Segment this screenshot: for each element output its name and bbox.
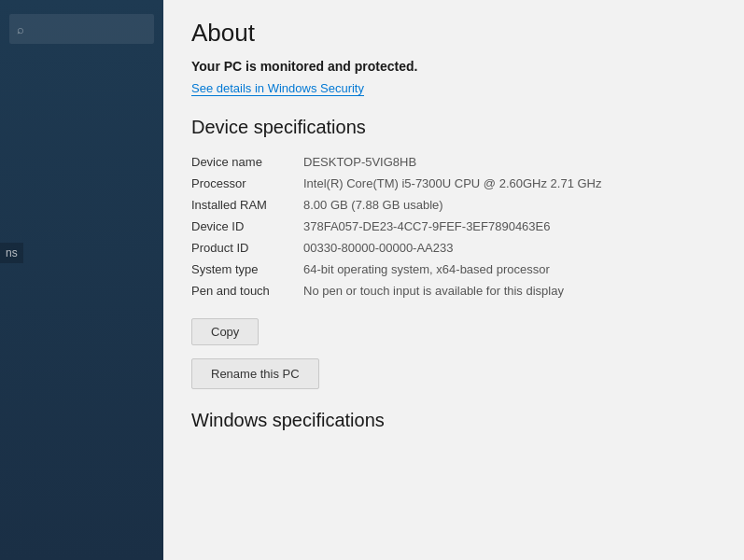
rename-pc-button[interactable]: Rename this PC xyxy=(191,358,319,389)
spec-label: Device name xyxy=(191,155,303,169)
windows-spec-title: Windows specifications xyxy=(191,410,716,431)
copy-button[interactable]: Copy xyxy=(191,318,259,345)
spec-value: Intel(R) Core(TM) i5-7300U CPU @ 2.60GHz… xyxy=(303,176,716,190)
spec-label: System type xyxy=(191,262,303,276)
spec-label: Device ID xyxy=(191,219,303,233)
device-specs-title: Device specifications xyxy=(191,117,716,138)
spec-label: Pen and touch xyxy=(191,284,303,298)
spec-row: Device ID378FA057-DE23-4CC7-9FEF-3EF7890… xyxy=(191,216,716,237)
spec-row: ProcessorIntel(R) Core(TM) i5-7300U CPU … xyxy=(191,173,716,194)
spec-value: 00330-80000-00000-AA233 xyxy=(303,241,716,255)
main-content: About Your PC is monitored and protected… xyxy=(163,0,744,560)
spec-label: Processor xyxy=(191,176,303,190)
spec-row: System type64-bit operating system, x64-… xyxy=(191,259,716,280)
search-bar[interactable]: ⌕ xyxy=(9,14,154,44)
spec-value: DESKTOP-5VIG8HB xyxy=(303,155,716,169)
spec-value: 378FA057-DE23-4CC7-9FEF-3EF7890463E6 xyxy=(303,219,716,233)
sidebar-ns-label: ns xyxy=(0,243,23,263)
page-title: About xyxy=(191,19,716,48)
sidebar: ⌕ ns xyxy=(0,0,163,560)
specs-table: Device nameDESKTOP-5VIG8HBProcessorIntel… xyxy=(191,151,716,301)
spec-label: Installed RAM xyxy=(191,198,303,212)
spec-row: Product ID00330-80000-00000-AA233 xyxy=(191,237,716,259)
spec-row: Device nameDESKTOP-5VIG8HB xyxy=(191,151,716,173)
spec-row: Installed RAM8.00 GB (7.88 GB usable) xyxy=(191,194,716,216)
spec-row: Pen and touchNo pen or touch input is av… xyxy=(191,280,716,301)
spec-value: 8.00 GB (7.88 GB usable) xyxy=(303,198,716,212)
spec-value: No pen or touch input is available for t… xyxy=(303,284,716,298)
protected-text: Your PC is monitored and protected. xyxy=(191,59,716,74)
security-link[interactable]: See details in Windows Security xyxy=(191,81,364,96)
spec-label: Product ID xyxy=(191,241,303,255)
spec-value: 64-bit operating system, x64-based proce… xyxy=(303,262,716,276)
search-icon: ⌕ xyxy=(17,22,24,36)
